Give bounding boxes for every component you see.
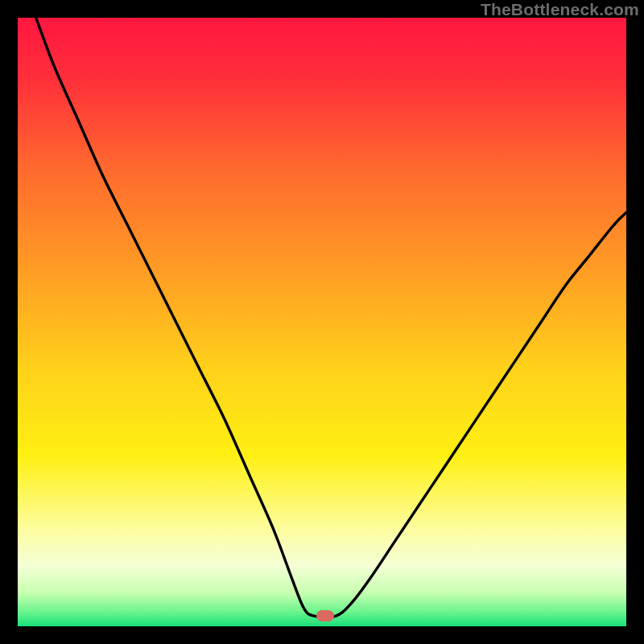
optimum-marker (316, 610, 334, 621)
watermark-text: TheBottleneck.com (481, 0, 639, 19)
chart-frame: TheBottleneck.com (0, 0, 644, 644)
bottleneck-curve (36, 18, 626, 617)
bottleneck-curve-svg (18, 18, 626, 626)
